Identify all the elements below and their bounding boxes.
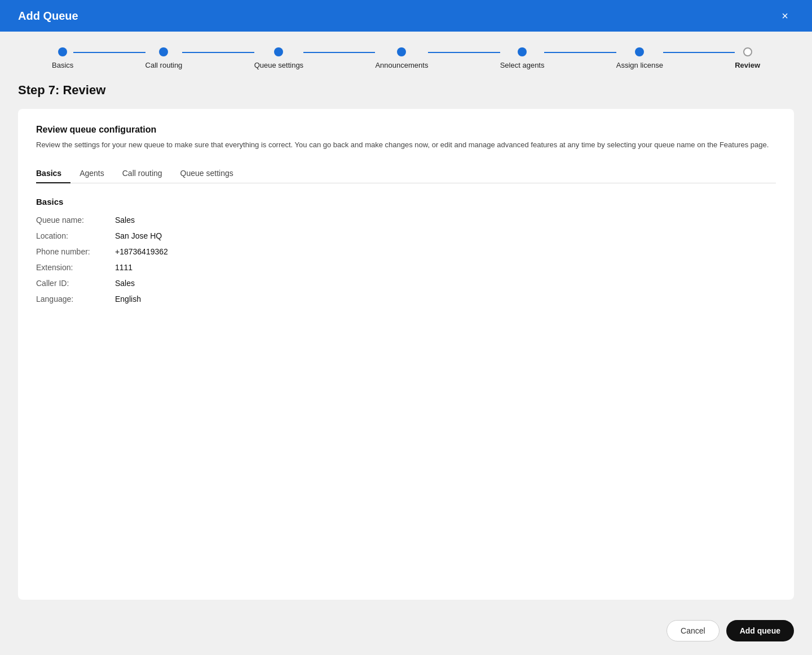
field-row-queue-name: Queue name: Sales [36,216,776,225]
step-announcements: Announcements [375,47,428,69]
basics-fields: Queue name: Sales Location: San Jose HQ … [36,216,776,304]
step-queue-settings: Queue settings [254,47,303,69]
field-value-caller-id: Sales [115,279,135,288]
field-row-location: Location: San Jose HQ [36,231,776,240]
step-dot-select-agents [518,47,527,56]
step-basics: Basics [52,47,73,69]
review-card: Review queue configuration Review the se… [18,109,794,600]
field-row-language: Language: English [36,294,776,304]
review-tabs: Basics Agents Call routing Queue setting… [36,164,776,183]
step-assign-license: Assign license [616,47,663,69]
tab-agents[interactable]: Agents [70,164,113,183]
step-dot-announcements [397,47,406,56]
step-label-queue-settings: Queue settings [254,61,303,69]
step-dot-basics [58,47,67,56]
field-label-extension: Extension: [36,263,115,272]
add-queue-button[interactable]: Add queue [726,620,794,641]
field-row-caller-id: Caller ID: Sales [36,279,776,288]
connector-5 [544,52,616,53]
close-button[interactable]: × [776,7,794,25]
tab-call-routing[interactable]: Call routing [113,164,171,183]
connector-6 [663,52,735,53]
field-value-queue-name: Sales [115,216,135,225]
tab-basics[interactable]: Basics [36,164,70,183]
card-title: Review queue configuration [36,125,776,135]
field-label-location: Location: [36,231,115,240]
step-label-select-agents: Select agents [500,61,545,69]
stepper: Basics Call routing Queue settings Annou… [18,32,794,74]
field-value-language: English [115,294,141,304]
field-label-language: Language: [36,294,115,304]
basics-section-title: Basics [36,197,776,206]
step-dot-queue-settings [274,47,283,56]
step-dot-review [743,47,752,56]
connector-4 [428,52,500,53]
modal-title: Add Queue [18,10,78,23]
field-row-phone: Phone number: +18736419362 [36,247,776,256]
connector-3 [303,52,375,53]
field-value-phone: +18736419362 [115,247,168,256]
field-label-caller-id: Caller ID: [36,279,115,288]
step-call-routing: Call routing [145,47,183,69]
step-label-assign-license: Assign license [616,61,663,69]
modal-body: Basics Call routing Queue settings Annou… [0,32,812,613]
page-title: Step 7: Review [18,74,794,109]
step-dot-assign-license [635,47,644,56]
field-value-location: San Jose HQ [115,231,162,240]
step-select-agents: Select agents [500,47,545,69]
cancel-button[interactable]: Cancel [667,620,720,641]
modal-footer: Cancel Add queue [0,613,812,655]
tab-queue-settings[interactable]: Queue settings [171,164,242,183]
step-label-announcements: Announcements [375,61,428,69]
field-label-phone: Phone number: [36,247,115,256]
step-label-basics: Basics [52,61,73,69]
connector-2 [182,52,254,53]
field-label-queue-name: Queue name: [36,216,115,225]
step-review: Review [735,47,760,69]
step-label-review: Review [735,61,760,69]
step-label-call-routing: Call routing [145,61,183,69]
card-description: Review the settings for your new queue t… [36,139,776,151]
modal-header: Add Queue × [0,0,812,32]
field-value-extension: 1111 [115,263,133,272]
step-dot-call-routing [159,47,168,56]
field-row-extension: Extension: 1111 [36,263,776,272]
connector-1 [73,52,145,53]
